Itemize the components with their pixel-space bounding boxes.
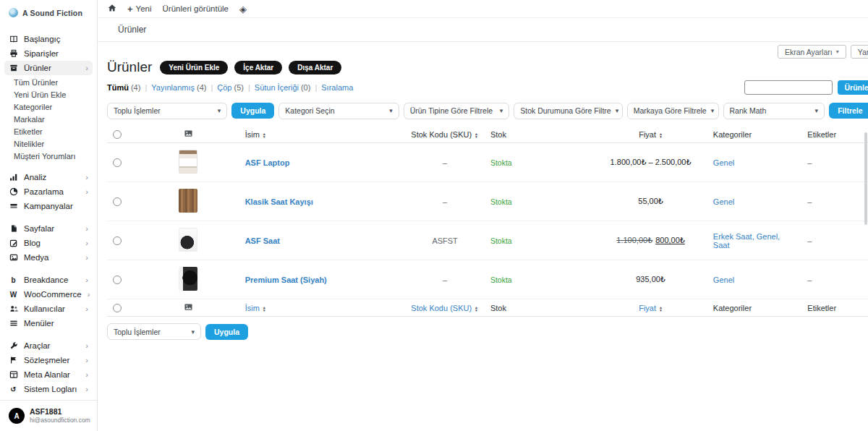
apply-button-bottom[interactable]: Uygula bbox=[205, 324, 248, 340]
column-header-sku[interactable]: Stok Kodu (SKU)▲▼ bbox=[405, 299, 485, 317]
column-header-price[interactable]: Fiyat▲▼ bbox=[594, 126, 707, 143]
sidebar-subitem-yeni-ürün-ekle[interactable]: Yeni Ürün Ekle bbox=[0, 88, 97, 101]
product-name-link[interactable]: Premium Saat (Siyah) bbox=[245, 276, 327, 284]
filter-select-ürün-tipine-göre-filtrele[interactable]: Ürün Tipine Göre Filtrele▾ bbox=[404, 103, 510, 119]
row-checkbox[interactable] bbox=[113, 236, 122, 245]
product-price: 935,00₺ bbox=[594, 260, 707, 299]
view-link-tümü[interactable]: Tümü(4) bbox=[107, 83, 140, 92]
sidebar-item-siparişler[interactable]: Siparişler bbox=[4, 46, 93, 61]
sidebar-item-medya[interactable]: Medya› bbox=[4, 250, 93, 265]
sidebar-subitem-kategoriler[interactable]: Kategoriler bbox=[0, 101, 97, 113]
view-link-çöp[interactable]: Çöp(5) bbox=[217, 83, 244, 92]
product-thumbnail[interactable] bbox=[179, 189, 197, 213]
column-header-price[interactable]: Fiyat▲▼ bbox=[594, 299, 707, 317]
sidebar-item-kullanıcılar[interactable]: Kullanıcılar› bbox=[4, 302, 93, 316]
product-price: 1.100,00₺800,00₺ bbox=[594, 221, 707, 260]
sidebar: A Sound Fiction BaşlangıçSiparişlerÜrünl… bbox=[0, 0, 98, 431]
bulk-actions-select-bottom[interactable]: Toplu İşlemler ▾ bbox=[107, 323, 201, 340]
home-button[interactable] bbox=[108, 4, 116, 14]
product-thumbnail[interactable] bbox=[179, 267, 197, 291]
chevron-right-icon: › bbox=[85, 385, 88, 393]
import-button[interactable]: İçe Aktar bbox=[234, 61, 282, 74]
table-header-row: İsim▲▼ Stok Kodu (SKU)▲▼ Stok Fiyat▲▼ Ka… bbox=[107, 299, 868, 317]
product-categories[interactable]: Genel bbox=[713, 158, 734, 167]
grid-icon bbox=[9, 370, 18, 380]
site-logo-label: A Sound Fiction bbox=[22, 9, 82, 17]
sidebar-item-araçlar[interactable]: Araçlar› bbox=[4, 338, 93, 353]
view-link-sütun-i-çeriği[interactable]: Sütun İçeriği(0) bbox=[255, 83, 311, 92]
sidebar-item-sistem-logları[interactable]: ↺Sistem Logları› bbox=[4, 382, 93, 396]
screen-options-button[interactable]: Ekran Ayarları ▾ bbox=[778, 45, 846, 59]
sidebar-item-blog[interactable]: Blog› bbox=[4, 236, 93, 250]
site-logo[interactable]: A Sound Fiction bbox=[0, 0, 97, 26]
sidebar-item-sözleşmeler[interactable]: Sözleşmeler› bbox=[4, 353, 93, 367]
sidebar-subitem-markalar[interactable]: Markalar bbox=[0, 113, 97, 125]
sidebar-item-menüler[interactable]: Menüler bbox=[4, 316, 93, 330]
admin-bar: + Yeni Ürünleri görüntüle ◈ bbox=[98, 0, 868, 18]
sidebar-user[interactable]: A ASF1881 hi@asoundfiction.com bbox=[0, 400, 97, 431]
filter-select-kategori-seçin[interactable]: Kategori Seçin▾ bbox=[278, 103, 399, 119]
product-sku: – bbox=[443, 197, 447, 206]
export-button[interactable]: Dışa Aktar bbox=[289, 61, 341, 74]
apply-button[interactable]: Uygula bbox=[231, 103, 274, 119]
help-button[interactable]: Yardım ▾ bbox=[851, 45, 868, 59]
product-row-premium-saat-siyah: Premium Saat (Siyah) – Stokta 935,00₺ Ge… bbox=[107, 260, 868, 299]
sidebar-item-woocommerce[interactable]: WWooCommerce› bbox=[4, 287, 93, 302]
product-name-link[interactable]: Klasik Saat Kayışı bbox=[245, 197, 313, 206]
product-name-link[interactable]: ASF Laptop bbox=[245, 158, 290, 167]
sidebar-item-pazarlama[interactable]: Pazarlama› bbox=[4, 184, 93, 199]
column-header-sku[interactable]: Stok Kodu (SKU)▲▼ bbox=[405, 126, 485, 143]
chevron-right-icon: › bbox=[85, 276, 88, 284]
sidebar-subitem-müşteri-yorumları[interactable]: Müşteri Yorumları bbox=[0, 150, 97, 162]
filter-select-rank-math[interactable]: Rank Math▾ bbox=[723, 103, 825, 119]
sort-icon: ▲▼ bbox=[475, 132, 478, 138]
sidebar-item-ürünler[interactable]: Ürünler› bbox=[4, 61, 93, 75]
column-header-name[interactable]: İsim▲▼ bbox=[239, 126, 406, 143]
sidebar-item-meta-alanlar[interactable]: Meta Alanlar› bbox=[4, 367, 93, 382]
sidebar-item-başlangıç[interactable]: Başlangıç bbox=[4, 32, 93, 46]
search-products-button[interactable]: Ürünleri Ara bbox=[838, 80, 868, 95]
stock-status: Stokta bbox=[490, 276, 512, 284]
sidebar-item-sayfalar[interactable]: Sayfalar› bbox=[4, 221, 93, 236]
product-thumbnail[interactable] bbox=[179, 150, 197, 174]
filter-select-markaya-göre-filtrele[interactable]: Markaya Göre Filtrele▾ bbox=[627, 103, 719, 119]
bulk-actions-select[interactable]: Toplu İşlemler ▾ bbox=[107, 103, 227, 119]
views-separator: | bbox=[315, 83, 317, 92]
app-window: A Sound Fiction BaşlangıçSiparişlerÜrünl… bbox=[0, 0, 868, 431]
product-categories[interactable]: Erkek Saat, Genel, Saat bbox=[713, 232, 780, 249]
sidebar-subitem-etiketler[interactable]: Etiketler bbox=[0, 125, 97, 137]
rank-math-icon[interactable]: ◈ bbox=[239, 4, 247, 14]
sidebar-item-kampanyalar[interactable]: Kampanyalar bbox=[4, 199, 93, 213]
sidebar-item-breakdance[interactable]: bBreakdance› bbox=[4, 273, 93, 287]
sort-icon: ▲▼ bbox=[659, 132, 663, 138]
product-row-asf-saat: ASF Saat ASFST Stokta 1.100,00₺800,00₺ E… bbox=[107, 221, 868, 260]
view-products-link[interactable]: Ürünleri görüntüle bbox=[163, 4, 229, 13]
sidebar-item-analiz[interactable]: Analiz› bbox=[4, 170, 93, 184]
product-thumbnail[interactable] bbox=[179, 228, 197, 252]
chevron-right-icon: › bbox=[85, 188, 88, 196]
sort-icon: ▲▼ bbox=[263, 306, 266, 312]
new-content-button[interactable]: + Yeni bbox=[127, 4, 152, 14]
select-all-checkbox[interactable] bbox=[113, 304, 122, 312]
product-name-link[interactable]: ASF Saat bbox=[245, 236, 280, 245]
filter-select-stok-durumuna-göre-filtre[interactable]: Stok Durumuna Göre Filtre▾ bbox=[514, 103, 623, 119]
image-column-icon bbox=[184, 304, 192, 312]
scrollbar[interactable] bbox=[864, 132, 867, 225]
sidebar-subitem-tüm-ürünler[interactable]: Tüm Ürünler bbox=[0, 76, 97, 88]
add-new-product-button[interactable]: Yeni Ürün Ekle bbox=[160, 61, 228, 74]
search-input[interactable] bbox=[744, 80, 833, 95]
view-link-yayınlanmış[interactable]: Yayınlanmış(4) bbox=[151, 83, 206, 92]
book-icon bbox=[9, 35, 18, 44]
view-link-sıralama[interactable]: Sıralama bbox=[321, 83, 353, 92]
select-all-checkbox[interactable] bbox=[113, 130, 122, 139]
sidebar-menu: BaşlangıçSiparişlerÜrünler›Tüm ÜrünlerYe… bbox=[0, 26, 97, 400]
filter-button[interactable]: Filtrele bbox=[829, 103, 868, 119]
row-checkbox[interactable] bbox=[113, 197, 122, 206]
sidebar-subitem-nitelikler[interactable]: Nitelikler bbox=[0, 137, 97, 150]
product-categories[interactable]: Genel bbox=[713, 276, 734, 284]
row-checkbox[interactable] bbox=[113, 158, 122, 167]
row-checkbox[interactable] bbox=[113, 276, 122, 284]
product-categories[interactable]: Genel bbox=[713, 197, 734, 206]
main-area: + Yeni Ürünleri görüntüle ◈ Ürünler Etki… bbox=[98, 0, 868, 431]
column-header-name[interactable]: İsim▲▼ bbox=[239, 299, 406, 317]
